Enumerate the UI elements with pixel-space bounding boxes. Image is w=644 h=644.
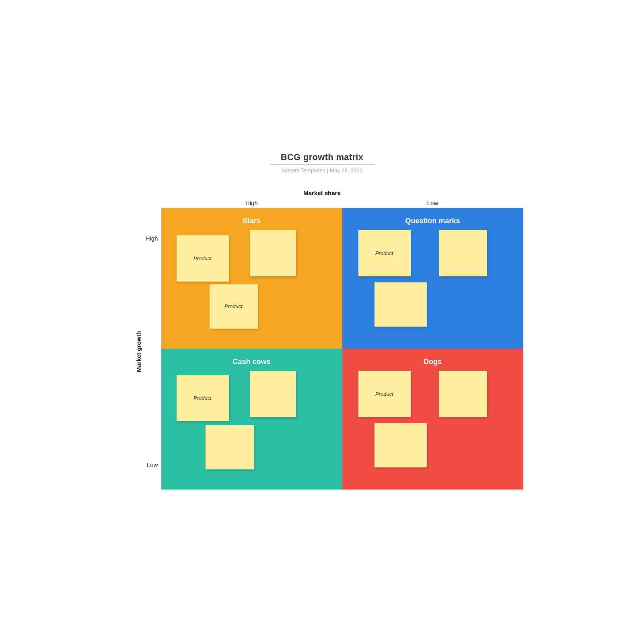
page-title: BCG growth matrix (270, 152, 374, 163)
header: BCG growth matrix System Templates | May… (270, 152, 374, 173)
cc-note-1[interactable]: Product (177, 375, 229, 421)
qm-note-3[interactable] (374, 282, 427, 327)
qm-title: Question marks (350, 217, 515, 225)
stars-note-3[interactable]: Product (210, 284, 258, 329)
axis-high-label: High (146, 235, 158, 242)
stars-title: Stars (169, 217, 334, 225)
cc-note-1-text: Product (193, 395, 212, 401)
stars-note-1-text: Product (193, 255, 212, 261)
cc-note-3[interactable] (206, 425, 254, 469)
stars-note-2[interactable] (250, 230, 296, 276)
dogs-title: Dogs (350, 358, 515, 366)
market-share-high: High (161, 200, 342, 206)
dogs-note-1[interactable]: Product (358, 371, 411, 417)
cc-note-2[interactable] (250, 371, 296, 417)
market-share-label: Market share (303, 189, 341, 196)
dogs-note-1-text: Product (375, 391, 393, 397)
quadrant-cash-cows[interactable]: Cash cows Product (161, 349, 342, 490)
dogs-note-2[interactable] (439, 371, 487, 417)
stars-note-3-text: Product (224, 303, 243, 309)
qm-note-2[interactable] (439, 230, 487, 276)
qm-note-1-text: Product (375, 250, 393, 256)
quadrant-stars[interactable]: Stars Product Product (161, 208, 342, 349)
axis-low-label: Low (147, 461, 158, 468)
bcg-matrix: Market share Market growth High Low Hi (121, 189, 523, 492)
quadrant-dogs[interactable]: Dogs Product (342, 349, 523, 490)
market-growth-label: Market growth (135, 331, 142, 372)
matrix-grid: Stars Product Product Question ma (161, 208, 523, 490)
stars-note-1[interactable]: Product (177, 235, 229, 282)
dogs-note-3[interactable] (374, 423, 427, 467)
page-wrapper: BCG growth matrix System Templates | May… (0, 128, 644, 516)
market-share-low: Low (342, 200, 523, 206)
cc-title: Cash cows (169, 358, 334, 366)
subtitle: System Templates | May 29, 2025 (270, 167, 374, 173)
qm-note-1[interactable]: Product (358, 230, 411, 276)
title-divider (270, 164, 374, 165)
quadrant-question-marks[interactable]: Question marks Product (342, 208, 523, 349)
